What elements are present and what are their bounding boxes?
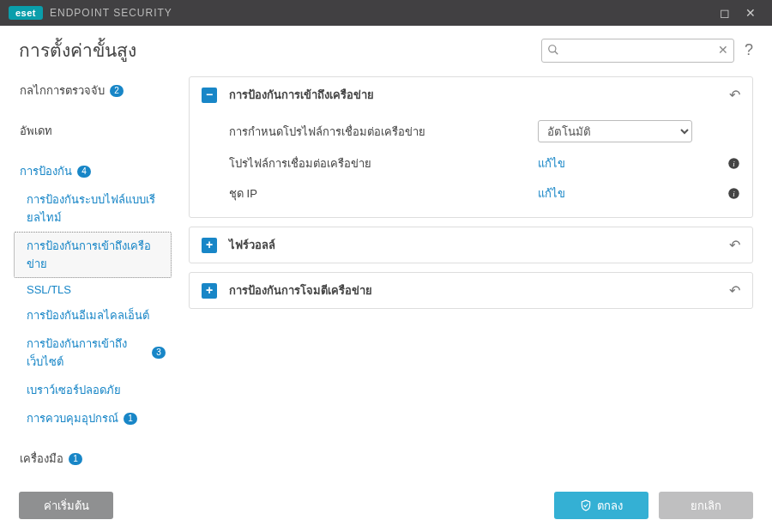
shield-check-icon	[580, 499, 592, 511]
sidebar-badge: 4	[77, 166, 91, 178]
row-ip-sets: ชุด IP แก้ไข i	[229, 178, 740, 209]
main-content: − การป้องกันการเข้าถึงเครือข่าย ↶ การกำห…	[180, 71, 772, 481]
sidebar-item-email-client[interactable]: การป้องกันอีเมลไคลเอ็นต์	[14, 301, 172, 329]
panel-firewall: + ไฟร์วอลล์ ↶	[189, 227, 753, 263]
undo-icon[interactable]: ↶	[729, 237, 740, 253]
sidebar-item-tools[interactable]: เครื่องมือ 1	[14, 444, 172, 473]
panel-header-attack[interactable]: + การป้องกันการโจมตีเครือข่าย ↶	[190, 273, 752, 308]
sidebar-item-label: การป้องกันการเข้าถึงเว็บไซต์	[27, 335, 147, 371]
titlebar: eset ENDPOINT SECURITY ◻ ✕	[0, 0, 772, 26]
sidebar-item-web-access[interactable]: การป้องกันการเข้าถึงเว็บไซต์ 3	[14, 329, 172, 376]
defaults-button[interactable]: ค่าเริ่มต้น	[19, 492, 113, 519]
row-profile-assignment: การกำหนดโปรไฟล์การเชื่อมต่อเครือข่าย อัต…	[229, 114, 740, 148]
row-label: โปรไฟล์การเชื่อมต่อเครือข่าย	[229, 154, 538, 172]
edit-ipsets-link[interactable]: แก้ไข	[538, 187, 565, 200]
sidebar-item-label: กลไกการตรวจจับ	[20, 82, 105, 100]
ok-label: ตกลง	[597, 497, 623, 515]
row-label: การกำหนดโปรไฟล์การเชื่อมต่อเครือข่าย	[229, 123, 538, 141]
sidebar-badge: 2	[110, 85, 124, 97]
profile-assignment-select[interactable]: อัตโนมัติ	[538, 120, 692, 142]
sidebar-item-label: การป้องกันอีเมลไคลเอ็นต์	[27, 306, 149, 324]
expand-icon: +	[202, 238, 217, 253]
sidebar-item-ssltls[interactable]: SSL/TLS	[14, 278, 172, 301]
sidebar-item-label: เครื่องมือ	[20, 450, 63, 468]
sidebar-item-detection[interactable]: กลไกการตรวจจับ 2	[14, 76, 172, 105]
clear-search-icon[interactable]: ✕	[718, 43, 728, 57]
search-field-wrap: ✕	[541, 39, 734, 63]
search-icon	[547, 44, 559, 56]
sidebar-item-label: การป้องกันการเข้าถึงเครือข่าย	[27, 237, 166, 273]
panel-header-firewall[interactable]: + ไฟร์วอลล์ ↶	[190, 227, 752, 263]
footer: ค่าเริ่มต้น ตกลง ยกเลิก	[0, 481, 772, 529]
panel-title: ไฟร์วอลล์	[229, 236, 729, 254]
row-connection-profiles: โปรไฟล์การเชื่อมต่อเครือข่าย แก้ไข i	[229, 148, 740, 178]
sidebar-item-label: อัพเดท	[20, 122, 52, 140]
ok-button[interactable]: ตกลง	[554, 492, 648, 519]
edit-profiles-link[interactable]: แก้ไข	[538, 157, 565, 170]
window-maximize-icon[interactable]: ◻	[712, 6, 738, 20]
sidebar-item-realtime-fs[interactable]: การป้องกันระบบไฟล์แบบเรียลไทม์	[14, 185, 172, 232]
brand-logo: eset	[9, 6, 43, 20]
product-name: ENDPOINT SECURITY	[50, 7, 172, 19]
sidebar-item-protection[interactable]: การป้องกัน 4	[14, 157, 172, 185]
sidebar-item-network-access[interactable]: การป้องกันการเข้าถึงเครือข่าย	[14, 232, 172, 278]
info-icon[interactable]: i	[727, 157, 740, 170]
search-input[interactable]	[541, 39, 734, 63]
panel-title: การป้องกันการเข้าถึงเครือข่าย	[229, 86, 729, 104]
panel-network-attack: + การป้องกันการโจมตีเครือข่าย ↶	[189, 272, 753, 309]
sidebar-badge: 1	[69, 453, 82, 465]
panel-network-access: − การป้องกันการเข้าถึงเครือข่าย ↶ การกำห…	[189, 76, 753, 218]
header: การตั้งค่าขั้นสูง ✕ ?	[0, 26, 772, 71]
svg-line-1	[555, 51, 558, 54]
sidebar-item-safe-browser[interactable]: เบราว์เซอร์ปลอดภัย	[14, 376, 172, 404]
help-icon[interactable]: ?	[745, 41, 753, 59]
sidebar-item-label: การป้องกัน	[20, 162, 72, 180]
sidebar: กลไกการตรวจจับ 2 อัพเดท การป้องกัน 4 การ…	[0, 71, 180, 481]
panel-title: การป้องกันการโจมตีเครือข่าย	[229, 281, 729, 299]
svg-point-0	[549, 45, 556, 51]
undo-icon[interactable]: ↶	[729, 282, 740, 299]
sidebar-badge: 1	[124, 413, 137, 425]
undo-icon[interactable]: ↶	[729, 87, 740, 103]
sidebar-item-update[interactable]: อัพเดท	[14, 117, 172, 145]
expand-icon: +	[202, 283, 217, 299]
sidebar-item-device-control[interactable]: การควบคุมอุปกรณ์ 1	[14, 404, 172, 432]
row-label: ชุด IP	[229, 184, 538, 203]
panel-header-network[interactable]: − การป้องกันการเข้าถึงเครือข่าย ↶	[190, 77, 752, 112]
sidebar-item-label: SSL/TLS	[27, 283, 71, 296]
sidebar-item-label: การป้องกันระบบไฟล์แบบเรียลไทม์	[27, 190, 166, 227]
sidebar-item-label: การควบคุมอุปกรณ์	[27, 409, 118, 427]
cancel-button[interactable]: ยกเลิก	[659, 492, 753, 519]
info-icon[interactable]: i	[727, 187, 740, 200]
page-title: การตั้งค่าขั้นสูง	[19, 36, 541, 64]
collapse-icon: −	[202, 88, 217, 103]
sidebar-item-label: เบราว์เซอร์ปลอดภัย	[27, 381, 121, 399]
window-close-icon[interactable]: ✕	[738, 6, 763, 20]
sidebar-badge: 3	[152, 347, 166, 359]
